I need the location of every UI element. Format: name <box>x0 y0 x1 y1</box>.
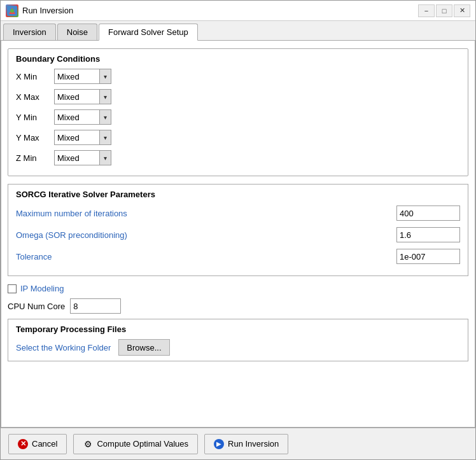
content-area: Boundary Conditions X Min Mixed ▾ X Max … <box>1 41 475 428</box>
z-min-row: Z Min Mixed ▾ <box>16 150 460 165</box>
main-window: Run Inversion − □ ✕ Inversion Noise Forw… <box>0 0 476 460</box>
x-max-arrow: ▾ <box>99 90 111 104</box>
z-min-dropdown[interactable]: Mixed ▾ <box>54 150 111 165</box>
tab-forward-solver-setup[interactable]: Forward Solver Setup <box>99 24 198 41</box>
z-min-arrow: ▾ <box>99 151 111 165</box>
close-button[interactable]: ✕ <box>454 4 470 17</box>
y-min-arrow: ▾ <box>99 110 111 124</box>
compute-icon: ⚙ <box>83 439 93 449</box>
sorcg-section: SORCG Iterative Solver Parameters Maximu… <box>8 184 468 276</box>
y-max-row: Y Max Mixed ▾ <box>16 130 460 145</box>
tolerance-label: Tolerance <box>16 252 396 261</box>
z-min-value: Mixed <box>57 153 99 163</box>
x-min-dropdown[interactable]: Mixed ▾ <box>54 69 111 84</box>
tolerance-input[interactable] <box>396 249 460 264</box>
browse-row: Select the Working Folder Browse... <box>16 339 460 356</box>
run-icon: ▶ <box>214 439 224 449</box>
ip-modeling-checkbox[interactable] <box>8 284 17 293</box>
browse-button[interactable]: Browse... <box>118 339 169 356</box>
compute-optimal-values-button[interactable]: ⚙ Compute Optimal Values <box>73 434 198 454</box>
temp-processing-title: Temporary Processing Files <box>16 324 460 334</box>
footer: ✕ Cancel ⚙ Compute Optimal Values ▶ Run … <box>1 428 475 459</box>
x-min-value: Mixed <box>57 72 99 81</box>
boundary-conditions-section: Boundary Conditions X Min Mixed ▾ X Max … <box>8 48 468 176</box>
boundary-conditions-title: Boundary Conditions <box>16 54 460 64</box>
tolerance-row: Tolerance <box>16 249 460 264</box>
y-max-dropdown[interactable]: Mixed ▾ <box>54 130 111 145</box>
x-min-label: X Min <box>16 72 54 81</box>
x-max-value: Mixed <box>57 92 99 102</box>
ip-modeling-row: IP Modeling <box>8 284 468 293</box>
app-icon <box>6 4 18 17</box>
maximize-button[interactable]: □ <box>436 4 452 17</box>
x-max-dropdown[interactable]: Mixed ▾ <box>54 89 111 104</box>
tab-noise[interactable]: Noise <box>57 24 97 40</box>
cpu-label: CPU Num Core <box>8 302 65 311</box>
window-title: Run Inversion <box>22 6 418 15</box>
y-min-dropdown[interactable]: Mixed ▾ <box>54 109 111 125</box>
omega-label: Omega (SOR preconditioning) <box>16 230 396 240</box>
y-min-label: Y Min <box>16 113 54 122</box>
tab-bar: Inversion Noise Forward Solver Setup <box>1 21 475 41</box>
omega-row: Omega (SOR preconditioning) <box>16 227 460 242</box>
cancel-button[interactable]: ✕ Cancel <box>8 434 67 454</box>
x-min-arrow: ▾ <box>99 69 111 83</box>
cancel-icon: ✕ <box>18 439 28 449</box>
cpu-input[interactable] <box>70 298 121 314</box>
temp-processing-section: Temporary Processing Files Select the Wo… <box>8 319 468 361</box>
max-iterations-row: Maximum number of iterations <box>16 206 460 221</box>
svg-point-2 <box>10 9 14 13</box>
run-inversion-button[interactable]: ▶ Run Inversion <box>204 434 288 454</box>
title-bar: Run Inversion − □ ✕ <box>1 1 475 21</box>
select-working-folder-label: Select the Working Folder <box>16 343 111 352</box>
z-min-label: Z Min <box>16 153 54 163</box>
y-min-value: Mixed <box>57 113 99 122</box>
ip-modeling-label: IP Modeling <box>20 284 64 293</box>
y-max-arrow: ▾ <box>99 130 111 144</box>
y-max-label: Y Max <box>16 133 54 143</box>
minimize-button[interactable]: − <box>418 4 435 17</box>
x-max-label: X Max <box>16 92 54 102</box>
window-controls: − □ ✕ <box>418 4 470 17</box>
y-max-value: Mixed <box>57 133 99 143</box>
x-min-row: X Min Mixed ▾ <box>16 69 460 84</box>
sorcg-title: SORCG Iterative Solver Parameters <box>16 190 460 199</box>
max-iterations-input[interactable] <box>396 206 460 221</box>
max-iterations-label: Maximum number of iterations <box>16 209 396 218</box>
x-max-row: X Max Mixed ▾ <box>16 89 460 104</box>
y-min-row: Y Min Mixed ▾ <box>16 109 460 125</box>
tab-inversion[interactable]: Inversion <box>3 24 56 40</box>
omega-input[interactable] <box>396 227 460 242</box>
cpu-row: CPU Num Core <box>8 298 468 314</box>
